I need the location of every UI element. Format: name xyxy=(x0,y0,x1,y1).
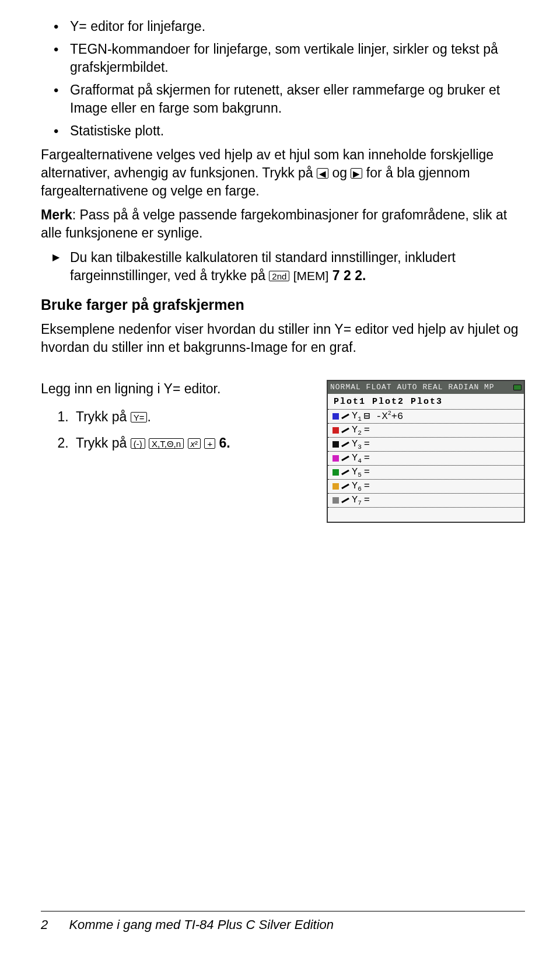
step-list: Trykk på Y=. Trykk på (-) X,T,Θ,n x² + 6… xyxy=(41,408,309,452)
text: og xyxy=(328,165,351,180)
function-expression: = xyxy=(364,438,370,451)
function-expression: ⊟ -X2+6 xyxy=(364,410,403,424)
section-heading: Bruke farger på grafskjermen xyxy=(41,295,525,315)
left-arrow-key-icon: ◀ xyxy=(317,168,328,179)
color-swatch-icon xyxy=(332,483,339,490)
color-swatch-icon xyxy=(332,455,339,462)
note-label: Merk xyxy=(41,207,72,222)
page-number: 2 xyxy=(41,917,48,932)
line-style-icon xyxy=(341,498,349,504)
bullet-item: Grafformat på skjermen for rutenett, aks… xyxy=(70,81,525,117)
bullet-item: TEGN-kommandoer for linjefarge, som vert… xyxy=(70,40,525,76)
note-text: : Pass på å velge passende fargekombinas… xyxy=(41,207,507,240)
function-expression: = xyxy=(364,424,370,437)
calc-function-row: Y6= xyxy=(328,480,524,494)
tip-item: Du kan tilbakestille kalkulatoren til st… xyxy=(70,249,525,285)
function-expression: = xyxy=(364,466,370,479)
bullet-item: Y= editor for linjefarge. xyxy=(70,18,525,36)
calc-function-row xyxy=(328,508,524,522)
function-expression: = xyxy=(364,452,370,465)
text: . xyxy=(147,409,150,424)
right-arrow-key-icon: ▶ xyxy=(351,168,362,179)
paragraph-color-wheel: Fargealternativene velges ved hjelp av e… xyxy=(41,146,525,200)
line-style-icon xyxy=(341,414,349,420)
color-swatch-icon xyxy=(332,497,339,504)
function-label: Y3 xyxy=(352,438,362,452)
calc-function-row: Y3= xyxy=(328,438,524,452)
color-swatch-icon xyxy=(332,427,339,434)
function-label: Y2 xyxy=(352,424,362,438)
calc-mode-text: NORMAL FLOAT AUTO REAL RADIAN MP xyxy=(330,382,495,393)
section-body: Eksemplene nedenfor viser hvordan du sti… xyxy=(41,320,525,357)
text: Trykk på xyxy=(76,435,131,450)
line-style-icon xyxy=(341,442,349,448)
function-expression: = xyxy=(364,480,370,493)
line-style-icon xyxy=(341,470,349,476)
text: Trykk på xyxy=(76,409,131,424)
step-item: Trykk på (-) X,T,Θ,n x² + 6. xyxy=(72,434,309,452)
note-paragraph: Merk: Pass på å velge passende fargekomb… xyxy=(41,206,525,242)
calc-function-row: Y5= xyxy=(328,466,524,480)
text: Du kan tilbakestille kalkulatoren til st… xyxy=(70,250,456,283)
function-label: Y4 xyxy=(352,452,362,466)
negate-key-icon: (-) xyxy=(131,438,145,449)
color-swatch-icon xyxy=(332,469,339,476)
calc-status-bar: NORMAL FLOAT AUTO REAL RADIAN MP xyxy=(328,381,524,394)
function-label: Y5 xyxy=(352,466,362,480)
instruction-text: Legg inn en ligning i Y= editor. xyxy=(41,380,309,398)
variable-key-icon: X,T,Θ,n xyxy=(149,438,184,449)
step-item: Trykk på Y=. xyxy=(72,408,309,426)
calc-function-row: Y1⊟ -X2+6 xyxy=(328,410,524,424)
function-label: Y1 xyxy=(352,410,362,424)
calc-function-row: Y7= xyxy=(328,494,524,508)
second-key-icon: 2nd xyxy=(269,271,289,281)
color-swatch-icon xyxy=(332,441,339,448)
calculator-screenshot: NORMAL FLOAT AUTO REAL RADIAN MP Plot1 P… xyxy=(327,380,525,523)
battery-icon xyxy=(513,385,522,390)
bullet-list: Y= editor for linjefarge. TEGN-kommandoe… xyxy=(41,18,525,140)
footer-title: Komme i gang med TI-84 Plus C Silver Edi… xyxy=(69,917,334,932)
line-style-icon xyxy=(341,456,349,462)
calc-function-row: Y2= xyxy=(328,424,524,438)
function-label: Y7 xyxy=(352,494,362,508)
line-style-icon xyxy=(341,484,349,490)
text: 7 2 2. xyxy=(328,268,366,283)
x-squared-key-icon: x² xyxy=(188,438,201,449)
y-equals-key-icon: Y= xyxy=(131,412,148,422)
color-swatch-icon xyxy=(332,413,339,420)
tip-list: Du kan tilbakestille kalkulatoren til st… xyxy=(41,249,525,285)
bullet-item: Statistiske plott. xyxy=(70,122,525,140)
plus-key-icon: + xyxy=(204,438,215,449)
calc-plot-row: Plot1 Plot2 Plot3 xyxy=(328,394,524,410)
text: 6. xyxy=(215,435,230,450)
page-footer: 2 Komme i gang med TI-84 Plus C Silver E… xyxy=(41,911,525,934)
mem-key-label: [MEM] xyxy=(293,269,329,282)
function-expression: = xyxy=(364,494,370,507)
line-style-icon xyxy=(341,428,349,434)
function-label: Y6 xyxy=(352,480,362,494)
calc-function-row: Y4= xyxy=(328,452,524,466)
